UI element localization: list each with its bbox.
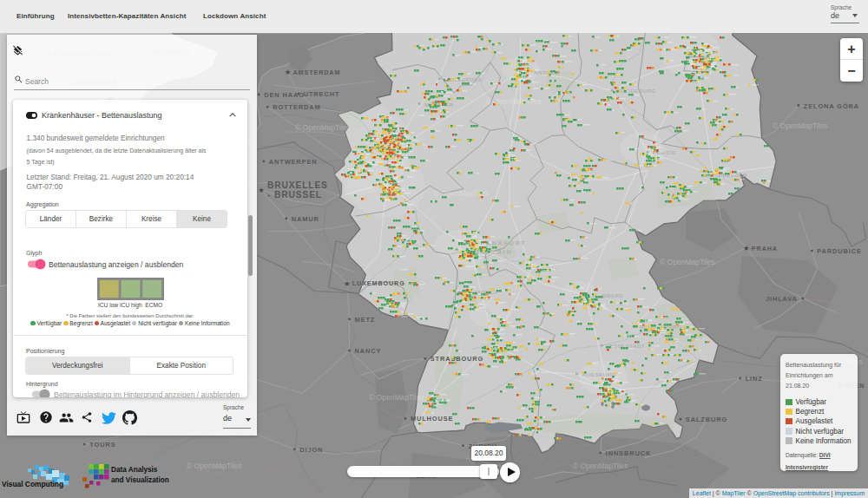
svg-text:LUXEMBOURG: LUXEMBOURG	[352, 279, 405, 287]
svg-text:© OpenMapTiles: © OpenMapTiles	[660, 258, 715, 266]
svg-text:UTRECHT: UTRECHT	[304, 90, 340, 98]
svg-text:and Visualization: and Visualization	[111, 476, 169, 484]
svg-text:MULHOUSE: MULHOUSE	[411, 415, 454, 423]
svg-text:NAMUR: NAMUR	[292, 215, 319, 223]
svg-text:OSNABRÜCK: OSNABRÜCK	[444, 77, 483, 82]
svg-text:ZELONA GÓRA: ZELONA GÓRA	[804, 102, 859, 110]
svg-text:PARDUBICE: PARDUBICE	[817, 247, 862, 255]
svg-text:ANTWERPEN: ANTWERPEN	[269, 158, 318, 166]
svg-text:© OpenMapTiles: © OpenMapTiles	[486, 97, 542, 106]
svg-text:★: ★	[344, 279, 351, 288]
svg-text:Visual Computing: Visual Computing	[2, 480, 63, 488]
svg-text:★: ★	[258, 186, 265, 194]
svg-text:AMSTERDAM: AMSTERDAM	[293, 69, 341, 76]
svg-text:LINZ: LINZ	[746, 375, 763, 383]
svg-text:SALZBURG: SALZBURG	[686, 416, 727, 423]
svg-text:STRASBOURG: STRASBOURG	[431, 355, 484, 363]
svg-text:© OpenMapTiles: © OpenMapTiles	[369, 393, 424, 402]
svg-text:NANCY: NANCY	[355, 347, 382, 355]
svg-text:BRUXELLES: BRUXELLES	[267, 180, 328, 190]
svg-text:© OpenMapTiles: © OpenMapTiles	[773, 121, 828, 130]
svg-text:- BRUSSEL: - BRUSSEL	[267, 190, 322, 200]
svg-text:JIHLAVA: JIHLAVA	[766, 295, 798, 303]
svg-text:PRAHA: PRAHA	[752, 245, 778, 252]
svg-text:★: ★	[285, 68, 292, 76]
svg-text:METZ: METZ	[355, 316, 376, 324]
svg-text:MAGDEBURG: MAGDEBURG	[617, 88, 656, 94]
svg-text:© OpenMapTiles: © OpenMapTiles	[573, 462, 628, 470]
svg-text:Data Analysis: Data Analysis	[111, 466, 158, 474]
svg-text:DIJON: DIJON	[299, 446, 323, 454]
svg-text:© OpenMapTiles: © OpenMapTiles	[434, 189, 490, 198]
svg-text:★: ★	[743, 244, 750, 252]
svg-text:DEN HAAG: DEN HAAG	[264, 91, 305, 99]
svg-text:TOURS: TOURS	[89, 441, 115, 449]
svg-text:© OpenMapTiles: © OpenMapTiles	[295, 123, 351, 132]
svg-text:INNSBRUCK: INNSBRUCK	[606, 449, 651, 457]
svg-text:© OpenMapTiles: © OpenMapTiles	[187, 462, 242, 470]
svg-text:ROTTERDAM: ROTTERDAM	[273, 103, 320, 111]
